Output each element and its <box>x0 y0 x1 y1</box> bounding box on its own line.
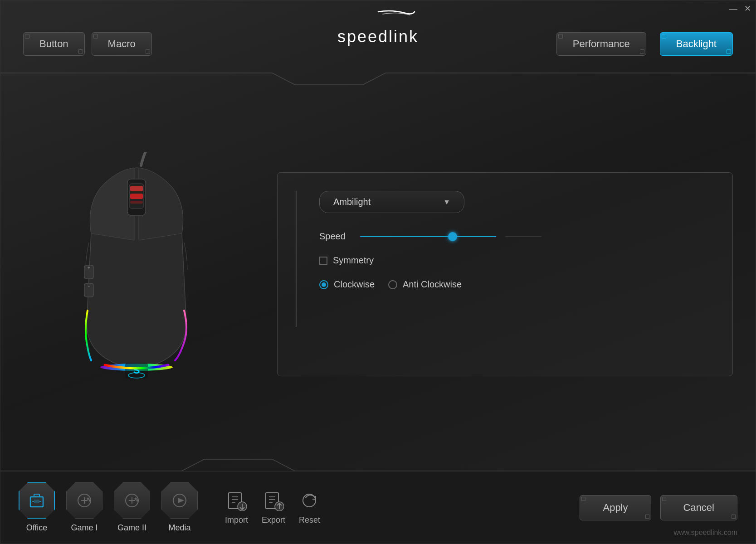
svg-rect-3 <box>130 194 143 199</box>
svg-point-25 <box>135 498 137 500</box>
svg-text:S: S <box>133 364 140 376</box>
main-content: + - S <box>0 78 756 471</box>
game1-label: Game I <box>71 523 98 533</box>
dropdown-arrow-icon: ▼ <box>443 198 450 206</box>
export-label: Export <box>262 515 285 525</box>
mode-dropdown[interactable]: Ambilight ▼ <box>319 191 464 213</box>
office-icon <box>28 491 46 510</box>
action-export[interactable]: Export <box>262 491 285 525</box>
vertical-divider <box>296 191 297 327</box>
mode-dropdown-value: Ambilight <box>333 197 371 207</box>
reset-label: Reset <box>299 515 320 525</box>
profile-office[interactable]: Office <box>19 482 55 533</box>
game2-icon <box>123 491 141 510</box>
panel-top: Ambilight ▼ Speed <box>296 191 714 327</box>
game1-icon <box>75 491 93 510</box>
speed-slider-thumb[interactable] <box>448 232 457 241</box>
bottom-deco-line <box>0 458 756 472</box>
action-import[interactable]: Import <box>225 491 248 525</box>
anticlockwise-label: Anti Clockwise <box>403 279 462 290</box>
slider-track-empty <box>505 236 541 237</box>
game2-icon-shape <box>114 482 150 519</box>
media-icon-shape <box>161 482 198 519</box>
cancel-button[interactable]: Cancel <box>660 495 737 520</box>
anticlockwise-option: Anti Clockwise <box>388 279 462 290</box>
mouse-area: + - S <box>23 150 250 399</box>
panel-controls: Ambilight ▼ Speed <box>319 191 714 327</box>
settings-panel: Ambilight ▼ Speed <box>277 172 733 376</box>
minimize-button[interactable]: — <box>729 5 737 13</box>
tab-button[interactable]: Button <box>23 32 85 56</box>
symmetry-checkbox[interactable] <box>319 257 327 265</box>
website-url: www.speedlink.com <box>674 529 738 537</box>
svg-text:-: - <box>88 283 90 289</box>
media-label: Media <box>168 523 190 533</box>
anticlockwise-radio[interactable] <box>388 280 397 289</box>
svg-rect-2 <box>130 186 143 191</box>
mode-dropdown-container: Ambilight ▼ <box>319 191 714 213</box>
tab-macro[interactable]: Macro <box>92 32 152 56</box>
game2-label: Game II <box>117 523 146 533</box>
import-label: Import <box>225 515 248 525</box>
clockwise-option: Clockwise <box>319 279 375 290</box>
media-icon <box>171 491 189 510</box>
svg-point-26 <box>137 500 139 502</box>
tab-line <box>0 72 756 73</box>
bottom-bar: Office Game I <box>0 471 756 544</box>
reset-icon <box>299 491 320 511</box>
action-reset[interactable]: Reset <box>299 491 320 525</box>
symmetry-option: Symmetry <box>319 255 714 266</box>
action-buttons: Apply Cancel <box>580 495 737 520</box>
tab-buttons: Button Macro Performance Backlight <box>0 32 756 56</box>
svg-point-20 <box>87 498 89 500</box>
svg-rect-14 <box>34 500 39 503</box>
export-icon <box>263 491 284 511</box>
svg-text:+: + <box>87 265 90 271</box>
profile-game1[interactable]: Game I <box>66 482 102 533</box>
close-button[interactable]: ✕ <box>744 5 751 13</box>
apply-button[interactable]: Apply <box>580 495 651 520</box>
svg-rect-4 <box>130 201 143 204</box>
clockwise-label: Clockwise <box>334 279 375 290</box>
office-icon-shape <box>19 482 55 519</box>
svg-marker-28 <box>178 498 184 503</box>
title-bar: — ✕ <box>710 0 756 16</box>
speed-control: Speed <box>319 231 714 242</box>
direction-radio-group: Clockwise Anti Clockwise <box>319 272 714 296</box>
app-window: — ✕ speedlink Button Macro Performance B… <box>0 0 756 544</box>
office-label: Office <box>26 523 48 533</box>
import-icon <box>226 491 247 511</box>
profile-icons: Office Game I <box>19 482 198 533</box>
tab-performance[interactable]: Performance <box>556 32 646 56</box>
svg-point-21 <box>89 500 91 502</box>
tab-backlight[interactable]: Backlight <box>660 32 733 56</box>
file-actions: Import Export <box>225 491 320 525</box>
clockwise-radio[interactable] <box>319 280 328 289</box>
profile-media[interactable]: Media <box>161 482 198 533</box>
profile-game2[interactable]: Game II <box>114 482 150 533</box>
symmetry-label: Symmetry <box>333 255 374 266</box>
mouse-illustration: + - S <box>46 152 227 397</box>
game1-icon-shape <box>66 482 102 519</box>
